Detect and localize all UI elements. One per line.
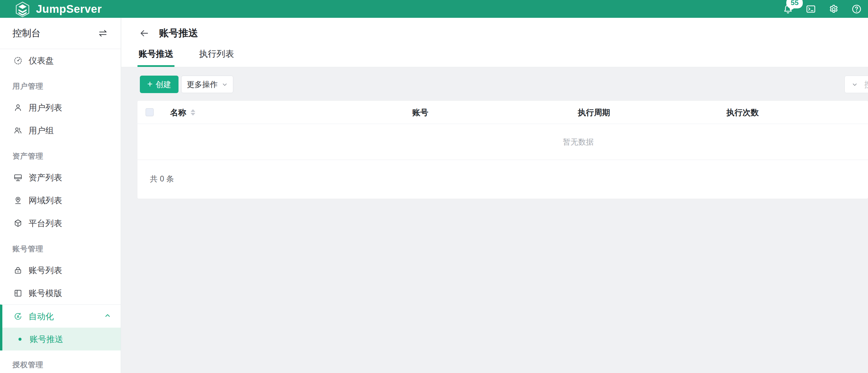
automation-icon: A	[13, 312, 23, 321]
svg-text:A: A	[17, 314, 19, 318]
sidebar-item-label: 账号列表	[29, 265, 62, 276]
sidebar-section-asset-management: 资产管理	[0, 142, 121, 166]
column-header-account: 账号	[412, 101, 428, 124]
web-terminal-icon[interactable]	[805, 4, 816, 14]
column-header-name[interactable]: 名称	[170, 101, 195, 124]
dashboard-gauge-icon	[13, 56, 23, 65]
sidebar-item-label: 用户列表	[29, 102, 62, 113]
sidebar: 控制台 仪表盘 用户管理 用户列表 用户组 资产管理	[0, 18, 121, 373]
table-empty-row: 暂无数据	[137, 124, 868, 160]
topbar-actions: 55	[783, 4, 868, 14]
more-actions-button[interactable]: 更多操作	[181, 75, 233, 93]
column-header-cycle: 执行周期	[578, 101, 610, 124]
table-header-row: 名称 账号 执行周期 执行次数	[137, 101, 868, 124]
sidebar-item-domain-list[interactable]: 网域列表	[0, 189, 121, 212]
tab-bar: 账号推送 执行列表	[137, 48, 235, 67]
tab-account-push[interactable]: 账号推送	[137, 48, 175, 67]
chevron-up-icon[interactable]	[104, 311, 111, 321]
create-button[interactable]: + 创建	[140, 75, 179, 93]
sidebar-section-authorization: 授权管理	[0, 350, 121, 373]
user-group-icon	[13, 126, 23, 135]
top-header-bar: JumpServer 55	[0, 0, 868, 18]
select-all-checkbox[interactable]	[146, 108, 154, 116]
sidebar-item-label: 账号模版	[29, 288, 62, 299]
settings-gear-icon[interactable]	[828, 4, 839, 14]
sort-carets-icon[interactable]	[191, 109, 195, 116]
user-icon	[13, 103, 23, 112]
table-panel: 名称 账号 执行周期 执行次数 暂无数据 共 0 条	[137, 101, 868, 198]
sidebar-subitem-label: 账号推送	[30, 334, 63, 345]
sidebar-section-user-management: 用户管理	[0, 72, 121, 96]
column-header-count: 执行次数	[726, 101, 759, 124]
sidebar-item-label: 仪表盘	[29, 55, 54, 66]
sidebar-section-account-management: 账号管理	[0, 235, 121, 259]
sidebar-item-dashboard[interactable]: 仪表盘	[0, 49, 121, 72]
page-header: 账号推送 账号推送 执行列表	[121, 18, 868, 67]
template-layout-icon	[13, 289, 23, 298]
sidebar-item-label: 平台列表	[29, 218, 62, 229]
sidebar-header: 控制台	[0, 18, 121, 49]
sidebar-item-label: 网域列表	[29, 195, 62, 206]
chevron-down-icon	[851, 81, 858, 88]
sidebar-item-label: 资产列表	[29, 172, 62, 183]
sidebar-item-account-list[interactable]: 账号列表	[0, 259, 121, 282]
toolbar: + 创建 更多操作 搜	[140, 75, 868, 93]
brand-name: JumpServer	[36, 3, 102, 15]
sidebar-title: 控制台	[12, 27, 41, 40]
view-switch-icon[interactable]	[97, 28, 108, 39]
account-lock-icon	[13, 266, 23, 275]
plus-icon: +	[147, 80, 153, 89]
table-footer: 共 0 条	[137, 160, 868, 198]
help-icon[interactable]	[851, 4, 862, 14]
bullet-dot-icon	[19, 338, 22, 341]
sidebar-subitem-account-push[interactable]: 账号推送	[2, 328, 121, 350]
sidebar-item-label: 自动化	[29, 311, 54, 322]
sidebar-item-label: 用户组	[29, 125, 54, 136]
sidebar-item-user-list[interactable]: 用户列表	[0, 96, 121, 119]
sidebar-item-platform-list[interactable]: 平台列表	[0, 212, 121, 235]
notification-count-badge[interactable]: 55	[786, 0, 803, 8]
sidebar-item-automation[interactable]: A 自动化	[2, 305, 121, 328]
main-content: 账号推送 账号推送 执行列表 + 创建 更多操作 搜 名称	[121, 18, 868, 373]
search-filter-select[interactable]: 搜	[844, 75, 868, 93]
sidebar-item-user-group[interactable]: 用户组	[0, 119, 121, 142]
total-count-text: 共 0 条	[150, 174, 174, 184]
sidebar-item-asset-list[interactable]: 资产列表	[0, 166, 121, 189]
domain-pin-icon	[13, 196, 23, 205]
sidebar-menu: 仪表盘 用户管理 用户列表 用户组 资产管理 资产列表 网域	[0, 49, 121, 373]
jumpserver-logo-icon	[14, 1, 31, 18]
brand-logo[interactable]: JumpServer	[0, 0, 102, 18]
notification-bell-icon[interactable]: 55	[783, 4, 794, 14]
asset-monitor-icon	[13, 173, 23, 182]
back-arrow-icon[interactable]	[138, 28, 150, 39]
sidebar-item-account-template[interactable]: 账号模版	[0, 282, 121, 305]
tab-execution-list[interactable]: 执行列表	[198, 48, 235, 67]
search-label-partial: 搜	[864, 79, 868, 90]
sidebar-active-group: A 自动化 账号推送	[0, 305, 121, 350]
empty-data-text: 暂无数据	[563, 137, 594, 147]
chevron-down-icon	[221, 81, 228, 88]
page-title: 账号推送	[159, 27, 198, 40]
platform-cube-icon	[13, 219, 23, 228]
